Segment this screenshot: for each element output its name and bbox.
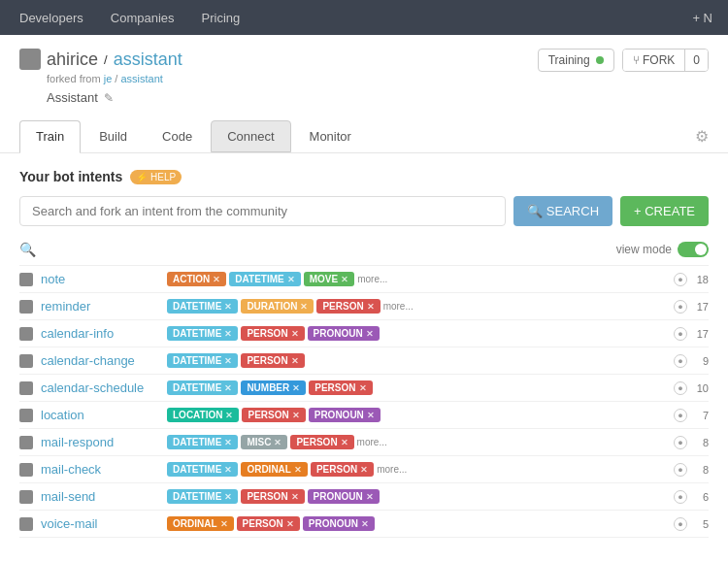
intent-settings-icon[interactable]: ● xyxy=(674,354,687,368)
intent-tag[interactable]: DATETIME ✕ xyxy=(167,489,238,504)
intent-tag[interactable]: PERSON ✕ xyxy=(241,353,304,368)
intent-tag[interactable]: MOVE ✕ xyxy=(304,272,354,286)
intent-tag[interactable]: NUMBER ✕ xyxy=(241,380,306,395)
intent-tag[interactable]: DATETIME ✕ xyxy=(167,462,238,477)
tab-connect[interactable]: Connect xyxy=(211,120,290,152)
intent-name[interactable]: note xyxy=(41,272,167,286)
intent-tag[interactable]: PERSON ✕ xyxy=(290,435,353,449)
intent-count: 17 xyxy=(693,328,709,340)
intents-header: Your bot intents ⚡ HELP xyxy=(19,169,709,184)
intent-row: reminderDATETIME ✕DURATION ✕PERSON ✕more… xyxy=(19,293,709,320)
training-status-dot xyxy=(596,56,604,64)
intent-name[interactable]: mail-respond xyxy=(41,435,167,449)
intent-settings-icon[interactable]: ● xyxy=(674,517,687,531)
intent-settings-icon[interactable]: ● xyxy=(674,273,687,286)
intent-tag[interactable]: PERSON ✕ xyxy=(316,299,380,314)
tab-code[interactable]: Code xyxy=(146,120,209,152)
intent-tag[interactable]: PERSON ✕ xyxy=(311,462,374,477)
intent-actions: ●6 xyxy=(674,490,709,504)
intent-actions: ●7 xyxy=(674,409,709,422)
intent-name[interactable]: calendar-change xyxy=(41,353,167,368)
help-badge[interactable]: ⚡ HELP xyxy=(130,170,182,184)
intent-settings-icon[interactable]: ● xyxy=(674,436,687,449)
edit-description-icon[interactable]: ✎ xyxy=(104,91,114,105)
intent-tag[interactable]: PERSON ✕ xyxy=(242,408,305,422)
fork-button[interactable]: ⑂ FORK 0 xyxy=(622,49,709,72)
intent-tag[interactable]: PRONOUN ✕ xyxy=(309,408,381,422)
tab-monitor[interactable]: Monitor xyxy=(293,120,368,152)
user-avatar xyxy=(19,49,41,70)
intent-actions: ●10 xyxy=(674,381,709,395)
search-button[interactable]: 🔍 SEARCH xyxy=(513,196,612,226)
nav-companies[interactable]: Companies xyxy=(107,11,179,25)
repo-description: Assistant xyxy=(47,90,98,105)
intent-tags: ORDINAL ✕PERSON ✕PRONOUN ✕ xyxy=(167,516,666,531)
intent-tag[interactable]: DATETIME ✕ xyxy=(167,299,238,314)
intent-actions: ●8 xyxy=(674,436,709,449)
intent-name[interactable]: reminder xyxy=(41,299,167,314)
intent-tags: ACTION ✕DATETIME ✕MOVE ✕more... xyxy=(167,272,666,286)
intent-settings-icon[interactable]: ● xyxy=(674,463,687,477)
intent-tag[interactable]: DATETIME ✕ xyxy=(167,326,238,341)
intent-tag[interactable]: MISC ✕ xyxy=(241,435,287,449)
intent-tag[interactable]: DATETIME ✕ xyxy=(229,272,300,286)
intent-tag[interactable]: LOCATION ✕ xyxy=(167,408,239,422)
settings-icon[interactable]: ⚙ xyxy=(695,127,709,146)
intent-actions: ●9 xyxy=(674,354,709,368)
intent-name[interactable]: voice-mail xyxy=(41,516,167,531)
intent-name[interactable]: calendar-schedule xyxy=(41,380,167,395)
forked-user-link[interactable]: je xyxy=(104,73,113,84)
nav-new-icon[interactable]: + N xyxy=(692,11,712,25)
tab-build[interactable]: Build xyxy=(83,120,144,152)
intent-tag[interactable]: PERSON ✕ xyxy=(309,380,372,395)
intent-tag[interactable]: PRONOUN ✕ xyxy=(308,489,380,504)
intent-tag[interactable]: PERSON ✕ xyxy=(241,326,304,341)
intent-name[interactable]: calendar-info xyxy=(41,326,167,341)
intent-name[interactable]: mail-check xyxy=(41,462,167,477)
training-button[interactable]: Training xyxy=(538,49,614,72)
intent-tag[interactable]: DATETIME ✕ xyxy=(167,353,238,368)
intent-settings-icon[interactable]: ● xyxy=(674,327,687,341)
top-navigation: Developers Companies Pricing + N xyxy=(0,0,728,35)
nav-developers[interactable]: Developers xyxy=(16,11,87,25)
tab-train[interactable]: Train xyxy=(19,120,81,153)
main-content: ahirice / assistant forked from je / ass… xyxy=(0,35,728,562)
intent-more-tags[interactable]: more... xyxy=(357,437,387,447)
intent-tag[interactable]: DURATION ✕ xyxy=(241,299,314,314)
create-button[interactable]: + CREATE xyxy=(620,196,709,226)
intent-tag[interactable]: ORDINAL ✕ xyxy=(241,462,308,477)
search-input[interactable] xyxy=(19,196,506,226)
forked-repo-link[interactable]: assistant xyxy=(120,73,162,84)
intent-settings-icon[interactable]: ● xyxy=(674,409,687,422)
intent-settings-icon[interactable]: ● xyxy=(674,300,687,314)
intent-tag[interactable]: DATETIME ✕ xyxy=(167,380,238,395)
intent-name[interactable]: location xyxy=(41,408,167,422)
intent-tag[interactable]: PERSON ✕ xyxy=(237,516,300,531)
intent-count: 8 xyxy=(693,464,709,476)
intent-actions: ●8 xyxy=(674,463,709,477)
repo-name-link[interactable]: assistant xyxy=(114,50,182,70)
intent-more-tags[interactable]: more... xyxy=(377,464,407,475)
fork-main-action[interactable]: ⑂ FORK xyxy=(623,50,686,71)
intent-more-tags[interactable]: more... xyxy=(357,274,387,284)
forked-from-text: forked from je / assistant xyxy=(47,73,182,84)
intent-settings-icon[interactable]: ● xyxy=(674,381,687,395)
repo-description-row: Assistant ✎ xyxy=(47,90,182,105)
intent-tag[interactable]: PRONOUN ✕ xyxy=(303,516,375,531)
intent-tag[interactable]: PERSON ✕ xyxy=(241,489,304,504)
nav-pricing[interactable]: Pricing xyxy=(198,11,245,25)
filter-search-icon[interactable]: 🔍 xyxy=(19,242,36,257)
view-mode-switch[interactable] xyxy=(678,242,709,257)
repo-header: ahirice / assistant forked from je / ass… xyxy=(0,35,728,105)
intent-tag[interactable]: ACTION ✕ xyxy=(167,272,226,286)
intent-more-tags[interactable]: more... xyxy=(383,301,414,312)
view-mode-label: view mode xyxy=(616,243,672,256)
intent-folder-icon xyxy=(19,300,33,314)
intent-tags: DATETIME ✕PERSON ✕PRONOUN ✕ xyxy=(167,326,666,341)
intent-tag[interactable]: DATETIME ✕ xyxy=(167,435,238,449)
intent-settings-icon[interactable]: ● xyxy=(674,490,687,504)
intent-tag[interactable]: ORDINAL ✕ xyxy=(167,516,234,531)
intent-tag[interactable]: PRONOUN ✕ xyxy=(308,326,380,341)
intent-name[interactable]: mail-send xyxy=(41,489,167,504)
tabs-bar: Train Build Code Connect Monitor ⚙ xyxy=(0,105,728,153)
